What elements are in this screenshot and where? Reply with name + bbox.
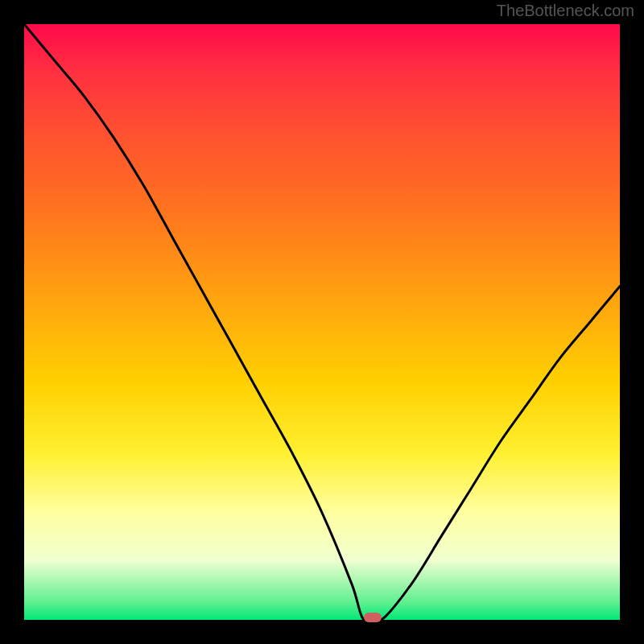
chart-plot-area [24,24,620,620]
chart-marker [364,613,382,622]
watermark-text: TheBottleneck.com [497,2,634,20]
chart-curve [24,24,620,620]
